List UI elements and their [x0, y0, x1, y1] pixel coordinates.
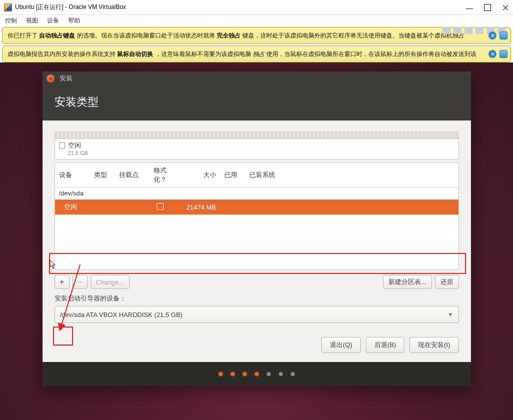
progress-dots — [43, 362, 471, 386]
menu-control[interactable]: 控制 — [5, 16, 17, 25]
keyboard-capture-banner: 你已打开了 自动独占键盘 的选项。现在当该虚拟电脑窗口处于活动状态时就将 完全独… — [2, 27, 511, 44]
progress-dot — [219, 372, 223, 376]
menu-help[interactable]: 帮助 — [68, 16, 80, 25]
installer-heading: 安装类型 — [43, 86, 471, 120]
partition-row-label: 空闲 — [55, 200, 90, 214]
banner-close-icon[interactable]: ✕ — [488, 32, 496, 40]
vm-desktop: ✕ 安装 安装类型 空闲 21.5 GB 设备 类型 挂载点 — [0, 62, 513, 420]
install-now-button[interactable]: 现在安装(I) — [409, 337, 458, 353]
banner-close-icon[interactable]: ✕ — [488, 50, 496, 58]
host-title: Ubuntu [正在运行] - Oracle VM VirtualBox — [15, 3, 126, 12]
progress-dot — [291, 372, 295, 376]
banner-pin-icon[interactable] — [499, 32, 507, 40]
bootloader-label: 安装启动引导器的设备： — [55, 294, 459, 303]
progress-dot — [243, 372, 247, 376]
col-mount: 挂载点 — [115, 168, 145, 182]
partition-row-size: 21474 MB — [175, 200, 220, 214]
back-button[interactable]: 后退(B) — [366, 337, 404, 353]
partition-table: 设备 类型 挂载点 格式化？ 大小 已用 已装系统 /dev/sda 空闲 21… — [55, 162, 459, 270]
progress-dot — [231, 372, 235, 376]
revert-button[interactable]: 还原 — [435, 275, 459, 289]
remove-partition-button[interactable]: − — [73, 275, 88, 289]
free-space-checkbox — [59, 142, 65, 148]
col-device: 设备 — [55, 168, 90, 182]
partition-table-header: 设备 类型 挂载点 格式化？ 大小 已用 已装系统 — [55, 163, 458, 188]
quit-button[interactable]: 退出(Q) — [321, 337, 361, 353]
bootloader-device-value: /dev/sda ATA VBOX HARDDISK (21.5 GB) — [60, 311, 183, 318]
col-size: 大小 — [175, 168, 220, 182]
progress-dot — [255, 372, 259, 376]
free-space-label: 空闲 — [68, 141, 81, 150]
installer-window: ✕ 安装 安装类型 空闲 21.5 GB 设备 类型 挂载点 — [43, 72, 471, 386]
installer-titlebar: ✕ 安装 — [43, 72, 471, 86]
device-group-row[interactable]: /dev/sda — [55, 188, 458, 200]
disk-usage-bar: 空闲 21.5 GB — [55, 132, 459, 160]
minimize-button[interactable] — [466, 4, 473, 11]
progress-dot — [267, 372, 271, 376]
chevron-down-icon: ▼ — [448, 312, 453, 318]
partition-row-free[interactable]: 空闲 21474 MB — [55, 200, 458, 214]
host-menubar: 控制 视图 设备 帮助 — [0, 15, 513, 26]
host-titlebar: Ubuntu [正在运行] - Oracle VM VirtualBox — [0, 0, 513, 15]
format-checkbox — [145, 200, 175, 214]
new-partition-table-button[interactable]: 新建分区表... — [383, 275, 432, 289]
banner-pin-icon[interactable] — [499, 50, 507, 58]
bootloader-device-select[interactable]: /dev/sda ATA VBOX HARDDISK (21.5 GB) ▼ — [55, 306, 459, 323]
installer-title: 安装 — [60, 74, 73, 83]
col-type: 类型 — [90, 168, 115, 182]
virtualbox-icon — [4, 4, 12, 12]
free-space-size: 21.5 GB — [59, 150, 454, 156]
installer-close-button[interactable]: ✕ — [47, 74, 55, 82]
mouse-integration-banner: 虚拟电脑报告其内所安装的操作系统支持 鼠标自动切换 ，这意味着鼠标不需要为该虚拟… — [2, 46, 511, 62]
progress-dot — [279, 372, 283, 376]
menu-view[interactable]: 视图 — [26, 16, 38, 25]
col-used: 已用 — [220, 168, 245, 182]
maximize-button[interactable] — [484, 4, 491, 11]
add-partition-button[interactable]: + — [55, 275, 70, 289]
col-format: 格式化？ — [145, 163, 175, 187]
close-button[interactable] — [502, 4, 509, 11]
change-partition-button[interactable]: Change... — [91, 275, 130, 289]
menu-devices[interactable]: 设备 — [47, 16, 59, 25]
vm-mini-icons — [442, 27, 505, 34]
col-os: 已装系统 — [245, 168, 458, 182]
